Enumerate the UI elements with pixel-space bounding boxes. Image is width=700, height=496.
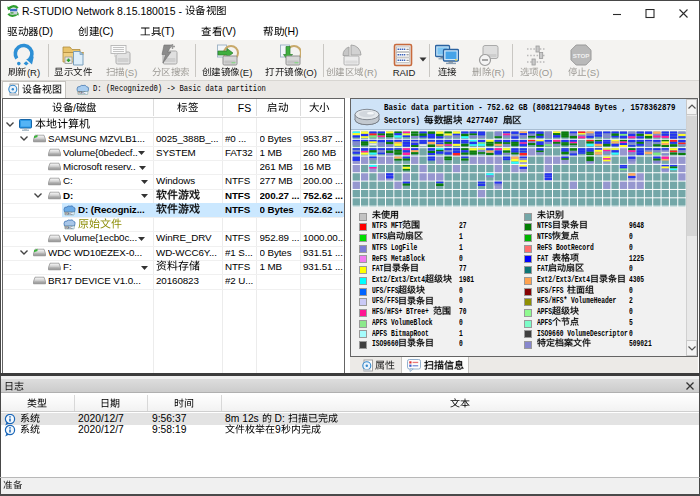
svg-text:REC: REC <box>65 211 73 215</box>
svg-text:REC: REC <box>78 91 86 95</box>
svg-text:STOP: STOP <box>573 52 590 59</box>
svg-text:REC: REC <box>65 226 73 230</box>
